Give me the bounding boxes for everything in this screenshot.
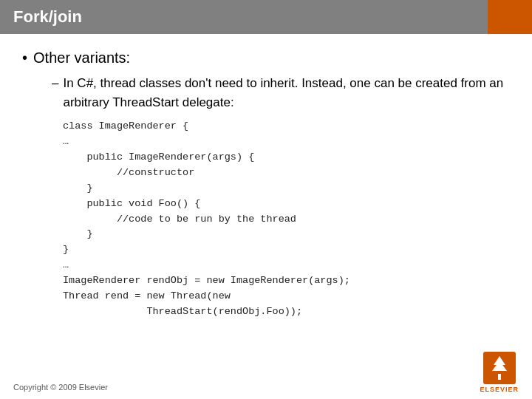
bullet-dot: • (22, 47, 27, 68)
elsevier-logo: ELSEVIER (480, 352, 519, 393)
elsevier-tree-icon (483, 352, 516, 384)
code-line: class ImageRenderer { (63, 119, 510, 134)
code-line: ImageRenderer rendObj = new ImageRendere… (63, 273, 510, 289)
code-line: } (63, 227, 510, 242)
code-line: ThreadStart(rendObj.Foo)); (63, 304, 510, 320)
main-bullet-text: Other variants: (33, 47, 130, 68)
code-line: … (63, 258, 510, 273)
footer-copyright: Copyright © 2009 Elsevier (13, 383, 108, 392)
header-accent (488, 0, 532, 34)
code-block: class ImageRenderer {… public ImageRende… (63, 119, 510, 320)
slide: Fork/join • Other variants: – In C#, thr… (0, 0, 532, 399)
code-line: Thread rend = new Thread(new (63, 289, 510, 304)
sub-bullet-text: In C#, thread classes don't need to inhe… (63, 74, 510, 112)
code-line: } (63, 181, 510, 197)
main-bullet: • Other variants: (22, 47, 510, 68)
code-line: public void Foo() { (63, 197, 510, 212)
code-line: } (63, 242, 510, 258)
code-line: //constructor (63, 166, 510, 181)
svg-rect-1 (498, 374, 501, 380)
sub-bullet-dash: – (52, 74, 58, 112)
slide-content: • Other variants: – In C#, thread classe… (0, 34, 532, 327)
sub-bullet: – In C#, thread classes don't need to in… (52, 74, 510, 112)
slide-title: Fork/join (13, 7, 82, 27)
code-line: public ImageRenderer(args) { (63, 150, 510, 166)
elsevier-label: ELSEVIER (480, 386, 519, 393)
code-line: //code to be run by the thread (63, 212, 510, 228)
slide-header: Fork/join (0, 0, 532, 34)
code-line: … (63, 134, 510, 150)
